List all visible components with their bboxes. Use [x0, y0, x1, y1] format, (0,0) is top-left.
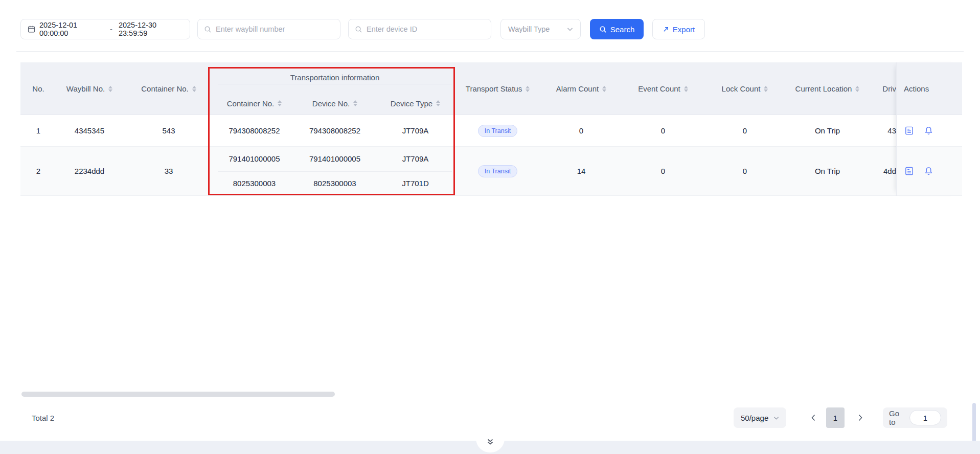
status-badge: In Transit	[478, 125, 517, 137]
cell-driver-truncated: 43	[869, 115, 896, 146]
search-button-label: Search	[610, 25, 635, 34]
date-separator: -	[110, 25, 112, 33]
cell-group-device-no: 794308008252	[294, 126, 376, 135]
cell-alarm-count: 0	[540, 115, 622, 146]
filter-divider	[16, 51, 964, 52]
cell-container-no: 543	[123, 115, 215, 146]
device-id-input[interactable]	[367, 25, 485, 33]
table-row: 2 2234ddd 33 791401000005 791401000005 J…	[20, 147, 962, 196]
sort-icon	[855, 86, 859, 92]
nested-row-divider	[218, 171, 452, 172]
search-icon	[204, 26, 212, 33]
waybill-type-select[interactable]: Waybill Type	[500, 19, 581, 39]
search-icon	[599, 26, 607, 33]
vertical-scrollbar[interactable]	[972, 403, 976, 446]
alarm-bell-icon[interactable]	[923, 126, 933, 136]
cell-driver-truncated: 4dd	[869, 147, 896, 195]
cell-transport-status: In Transit	[455, 147, 540, 195]
header-waybill-no[interactable]: Waybill No.	[56, 62, 123, 115]
actions-cell	[897, 115, 962, 147]
sort-icon	[278, 100, 282, 106]
waybill-detail-icon[interactable]	[904, 166, 914, 176]
header-lock-count[interactable]: Lock Count	[704, 62, 786, 115]
status-badge: In Transit	[478, 165, 517, 177]
search-button[interactable]: Search	[590, 19, 644, 39]
header-current-location[interactable]: Current Location	[786, 62, 869, 115]
export-button-label: Export	[673, 25, 695, 34]
header-alarm-count[interactable]: Alarm Count	[540, 62, 622, 115]
sort-icon	[684, 86, 688, 92]
header-group-device-type[interactable]: Device Type	[376, 92, 455, 115]
prev-page-button[interactable]	[806, 407, 821, 428]
export-button[interactable]: Export	[652, 19, 705, 39]
cell-group-container-no: 8025300003	[215, 179, 294, 188]
cell-group-device-type: JT709A	[376, 126, 455, 135]
cell-group-container-no: 794308008252	[215, 126, 294, 135]
goto-page-group: Go to	[883, 407, 947, 428]
cell-alarm-count: 14	[540, 147, 622, 195]
search-icon	[355, 26, 362, 33]
sort-icon	[436, 100, 440, 106]
cell-transportation-group: 794308008252 794308008252 JT709A	[215, 115, 455, 146]
calendar-icon	[28, 25, 35, 33]
table-row: 1 4345345 543 794308008252 794308008252 …	[20, 115, 962, 147]
cell-container-no: 33	[123, 147, 215, 195]
date-start: 2025-12-01 00:00:00	[39, 21, 104, 37]
cell-lock-count: 0	[704, 147, 786, 195]
chevron-down-icon	[567, 27, 573, 32]
waybill-number-field	[197, 19, 340, 39]
header-event-count[interactable]: Event Count	[622, 62, 704, 115]
cell-current-location: On Trip	[786, 147, 869, 195]
cell-transport-status: In Transit	[455, 115, 540, 146]
next-page-button[interactable]	[853, 407, 868, 428]
cell-group-device-no: 791401000005	[294, 154, 376, 163]
goto-label: Go to	[889, 409, 904, 426]
header-no: No.	[20, 62, 56, 115]
chevron-down-icon	[773, 416, 779, 420]
waybill-detail-icon[interactable]	[904, 126, 914, 136]
header-group-device-no[interactable]: Device No.	[294, 92, 376, 115]
cell-group-device-type: JT709A	[376, 154, 455, 163]
header-group-transportation-information: Transportation information Container No.…	[215, 62, 455, 115]
cell-group-device-type: JT701D	[376, 179, 455, 188]
double-chevron-down-icon	[486, 439, 494, 446]
total-count: Total 2	[32, 413, 54, 423]
cell-waybill-no: 4345345	[56, 115, 123, 146]
waybill-number-input[interactable]	[216, 25, 334, 33]
cell-event-count: 0	[622, 115, 704, 146]
header-driver-truncated: Driv	[869, 62, 896, 115]
chevron-left-icon	[811, 414, 816, 421]
cell-group-container-no: 791401000005	[215, 154, 294, 163]
sort-icon	[192, 86, 196, 92]
alarm-bell-icon[interactable]	[923, 166, 933, 176]
cell-no: 2	[20, 147, 56, 195]
page-size-select[interactable]: 50/page	[734, 407, 786, 428]
sort-icon	[764, 86, 768, 92]
sort-icon	[526, 86, 530, 92]
horizontal-scrollbar[interactable]	[21, 392, 335, 397]
header-transport-status[interactable]: Transport Status	[455, 62, 540, 115]
waybill-table: No. Waybill No. Container No. Transporta…	[20, 62, 962, 390]
sort-icon	[602, 86, 606, 92]
cell-current-location: On Trip	[786, 115, 869, 146]
device-id-field	[348, 19, 491, 39]
cell-group-device-no: 8025300003	[294, 179, 376, 188]
waybill-type-value: Waybill Type	[508, 25, 550, 33]
header-actions: Actions	[897, 62, 962, 115]
cell-waybill-no: 2234ddd	[56, 147, 123, 195]
page-number-1[interactable]: 1	[826, 407, 845, 428]
date-range-picker[interactable]: 2025-12-01 00:00:00 - 2025-12-30 23:59:5…	[20, 19, 190, 39]
sort-icon	[353, 100, 357, 106]
export-arrow-icon	[663, 26, 669, 33]
header-group-container-no[interactable]: Container No.	[215, 92, 294, 115]
goto-page-input[interactable]	[909, 410, 941, 425]
cell-no: 1	[20, 115, 56, 146]
page-size-value: 50/page	[741, 414, 768, 422]
group-header-label: Transportation information	[215, 62, 455, 84]
header-container-no[interactable]: Container No.	[123, 62, 215, 115]
cell-event-count: 0	[622, 147, 704, 195]
sort-icon	[108, 86, 112, 92]
date-end: 2025-12-30 23:59:59	[119, 21, 183, 37]
actions-cell	[897, 147, 962, 196]
chevron-right-icon	[858, 414, 863, 421]
